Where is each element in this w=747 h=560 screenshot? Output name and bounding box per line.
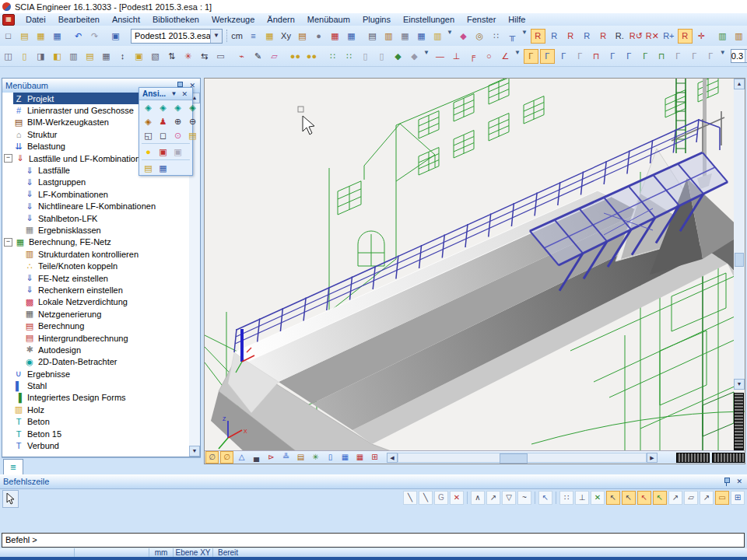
corner-2-icon[interactable]: Γ: [540, 49, 555, 64]
grid-snap-icon[interactable]: ∷: [559, 491, 573, 505]
corner-10-icon[interactable]: Γ: [671, 49, 686, 64]
corner-7-icon[interactable]: Γ: [622, 49, 637, 64]
activity-2-icon[interactable]: R: [547, 29, 562, 44]
member-1d-icon[interactable]: ◫: [1, 49, 16, 64]
mesh-view-icon[interactable]: ⊞: [368, 451, 381, 464]
loads-flag-icon[interactable]: ⊳: [265, 451, 278, 464]
viewport-vscrollbar[interactable]: ▲ ▼: [734, 79, 745, 390]
member-wall-icon[interactable]: ▤: [82, 49, 97, 64]
copy-multi-2-icon[interactable]: ∷: [342, 49, 356, 64]
model-scene[interactable]: ZXY: [205, 79, 745, 452]
chart-icon[interactable]: ▄: [250, 451, 263, 464]
snap-cross-icon[interactable]: ↖: [637, 491, 651, 505]
member-rib-icon[interactable]: ◧: [50, 49, 65, 64]
units-icon[interactable]: cm: [230, 29, 244, 44]
toolbar-overflow-icon[interactable]: ▼: [447, 29, 453, 36]
viewport-vscroll-thumb[interactable]: [735, 253, 744, 267]
snap-extension-icon[interactable]: ↗: [668, 491, 682, 505]
snap-endpoint-icon[interactable]: ↗: [486, 491, 500, 505]
snap-perp-icon[interactable]: ↖: [653, 491, 667, 505]
layers-view-icon[interactable]: ▯: [324, 451, 337, 464]
tree-item-stahl[interactable]: ▌Stahl: [2, 380, 200, 391]
project-wizard-icon[interactable]: ◆: [456, 29, 471, 44]
dot-grid-icon[interactable]: ∷: [489, 29, 503, 44]
activity-4-icon[interactable]: R: [580, 29, 594, 44]
draw-circle-icon[interactable]: ○: [482, 49, 496, 64]
tree-item-fe-netz-einstellen[interactable]: ⇓FE-Netz einstellen: [2, 272, 200, 284]
menu-datei[interactable]: Datei: [19, 14, 52, 25]
tab-menubaum[interactable]: ≣: [3, 459, 23, 474]
cmd-close-icon[interactable]: ✕: [735, 478, 744, 485]
command-input[interactable]: Befehl >: [2, 533, 745, 548]
save-all-icon[interactable]: ▦: [33, 29, 48, 44]
corner-3-icon[interactable]: Γ: [556, 49, 571, 64]
modify-icon[interactable]: ✎: [251, 49, 265, 64]
render-sphere-icon[interactable]: ●: [311, 29, 326, 44]
corner-9-icon[interactable]: ⊓: [654, 49, 669, 64]
activity-7-icon[interactable]: R↺: [629, 29, 644, 44]
status-plane[interactable]: Ebene XY: [174, 548, 213, 557]
tree-item-berechnung[interactable]: ▤Berechnung: [2, 320, 200, 331]
tree-item-beton[interactable]: TBeton: [2, 416, 200, 428]
menu-hilfe[interactable]: Hilfe: [502, 14, 531, 25]
activity-5-icon[interactable]: R: [596, 29, 611, 44]
viewport-scroll-up-icon[interactable]: ▲: [734, 79, 745, 89]
camera-off-icon[interactable]: ▣: [171, 145, 184, 158]
save-icon[interactable]: ▦: [50, 29, 65, 44]
tree-item-rechenkern-einstellen[interactable]: ⇓Rechenkern einstellen: [2, 284, 200, 296]
tree-item-2d-daten-betrachter[interactable]: ◉2D-Daten-Betrachter: [2, 356, 200, 368]
mirror-1-icon[interactable]: ◆: [391, 49, 405, 64]
tree-item-teile-knoten-koppeln[interactable]: ∴Teile/Knoten koppeln: [2, 260, 200, 271]
member-column-icon[interactable]: ▯: [17, 49, 32, 64]
center-point-icon[interactable]: ✛: [694, 29, 709, 44]
project-selector[interactable]: Podest1 2015.3.esa▼: [131, 29, 223, 44]
snap-parallel-icon[interactable]: ▱: [684, 491, 698, 505]
member-star-icon[interactable]: ✳: [181, 49, 195, 64]
menu-bibliotheken[interactable]: Bibliotheken: [146, 14, 205, 25]
copy-multi-1-icon[interactable]: ∷: [325, 49, 340, 64]
gallery-icon[interactable]: ▥: [430, 29, 445, 44]
snap-near-icon[interactable]: ↗: [700, 491, 714, 505]
menu-fenster[interactable]: Fenster: [461, 14, 502, 25]
table-results-icon[interactable]: ▦: [328, 29, 342, 44]
draw-angle-icon[interactable]: ∠: [498, 49, 513, 64]
snap-vertex-icon[interactable]: ∧: [471, 491, 485, 505]
hscroll-thumb[interactable]: [500, 453, 528, 464]
viewport-scroll-down-icon[interactable]: ▼: [734, 379, 745, 390]
zoom-all-icon[interactable]: ◻: [156, 129, 170, 142]
menu-ansicht[interactable]: Ansicht: [106, 14, 146, 25]
activity-9-icon[interactable]: R+: [661, 29, 676, 44]
activity-1-icon[interactable]: R: [531, 29, 545, 44]
toolbar-overflow-icon[interactable]: ▼: [423, 49, 430, 56]
tree-item-autodesign[interactable]: ✱Autodesign: [2, 344, 200, 355]
3d-viewport[interactable]: ZXY ▲ ▼ ∅∅△▄⊳╩▤✳▯▦▦⊞ ◀ ▶: [204, 78, 745, 464]
activity-6-icon[interactable]: R.: [612, 29, 627, 44]
activity-8-icon[interactable]: R✕: [645, 29, 660, 44]
view-settings-icon[interactable]: ▦: [156, 162, 170, 174]
snap-mid-icon[interactable]: ↖: [622, 491, 636, 505]
cmd-pin-icon[interactable]: [723, 478, 730, 486]
expander-minus-icon[interactable]: −: [4, 154, 12, 163]
view-axo-2-icon[interactable]: ◈: [156, 101, 170, 114]
zoom-out-icon[interactable]: ⊖: [186, 115, 199, 128]
status-units[interactable]: mm: [149, 548, 174, 557]
dimension-icon[interactable]: ╥: [505, 29, 520, 44]
activity-10-icon[interactable]: R: [678, 29, 693, 44]
member-plate-icon[interactable]: ▥: [66, 49, 81, 64]
hscroll-left-icon[interactable]: ◀: [387, 453, 398, 463]
corner-6-icon[interactable]: Γ: [605, 49, 620, 64]
volumes-icon[interactable]: △: [235, 451, 248, 464]
coords-table-icon[interactable]: ⊞: [731, 491, 745, 505]
polyline-icon[interactable]: ⌁: [234, 49, 249, 64]
node-pair-1-icon[interactable]: ●●: [288, 49, 303, 64]
workplane-icon[interactable]: ▤: [294, 451, 307, 464]
hscroll-track[interactable]: [398, 453, 647, 463]
tree-item-strukturdaten-kontrollieren[interactable]: ▥Strukturdaten kontrollieren: [2, 248, 200, 260]
table-edit-icon[interactable]: ▦: [353, 451, 366, 464]
camera-icon[interactable]: ▣: [156, 145, 170, 158]
activity-3-icon[interactable]: R: [563, 29, 578, 44]
draw-line-icon[interactable]: —: [433, 49, 447, 64]
menu-einstellungen[interactable]: Einstellungen: [397, 14, 461, 25]
zoom-window-icon[interactable]: ◱: [142, 129, 155, 142]
tree-item-ergebnisse[interactable]: ∪Ergebnisse: [2, 368, 200, 380]
